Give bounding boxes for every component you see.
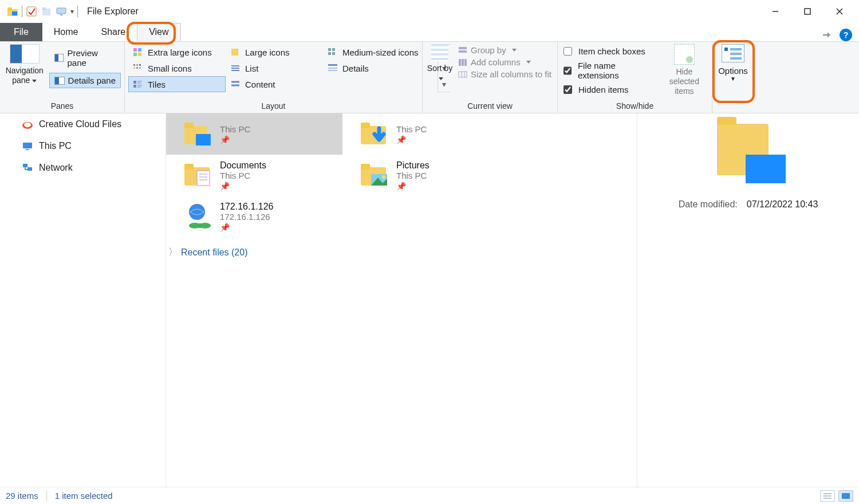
ribbon-view: Navigation pane Preview pane Details pan…	[0, 41, 859, 113]
ribbon-group-layout-label: Layout	[128, 99, 419, 112]
ribbon-group-current-view-label: Current view	[426, 99, 554, 112]
chevron-right-icon: 〉	[168, 246, 178, 258]
svg-rect-67	[361, 164, 370, 170]
layout-extra-large-icons[interactable]: Extra large icons	[128, 44, 226, 60]
folder-documents-icon	[182, 159, 214, 191]
svg-point-71	[189, 204, 205, 220]
creative-cloud-icon	[22, 119, 33, 129]
status-view-details-button[interactable]	[820, 490, 835, 502]
layout-small-icons[interactable]: Small icons	[128, 60, 226, 76]
svg-rect-45	[464, 59, 467, 66]
network-icon	[22, 163, 33, 173]
svg-rect-46	[459, 72, 467, 77]
group-by-button[interactable]: Group by	[458, 45, 551, 55]
svg-point-50	[24, 123, 31, 127]
tile-downloads[interactable]: This PC 📌	[342, 113, 519, 155]
svg-rect-57	[196, 134, 211, 145]
pin-icon: 📌	[396, 135, 427, 144]
svg-rect-42	[459, 50, 467, 53]
add-columns-button[interactable]: Add columns	[458, 57, 551, 67]
nav-creative-cloud[interactable]: Creative Cloud Files	[0, 113, 166, 135]
titlebar: ▾ File Explorer	[0, 0, 859, 23]
date-modified-value: 07/12/2022 10:43	[747, 199, 818, 210]
svg-rect-3	[27, 7, 36, 16]
qat-properties-icon[interactable]	[26, 6, 37, 17]
details-pane: Date modified: 07/12/2022 10:43	[637, 113, 859, 487]
details-pane-button[interactable]: Details pane	[49, 73, 121, 88]
preview-pane-button[interactable]: Preview pane	[49, 45, 121, 70]
qat-overflow-icon[interactable]: ▾	[70, 7, 74, 15]
layout-large-icons[interactable]: Large icons	[226, 44, 323, 60]
folder-downloads-icon	[358, 118, 391, 150]
tile-documents[interactable]: Documents This PC 📌	[166, 155, 342, 196]
svg-rect-5	[42, 7, 46, 10]
pin-icon: 📌	[220, 182, 266, 191]
svg-rect-44	[462, 59, 464, 66]
svg-rect-7	[60, 14, 62, 15]
svg-rect-43	[459, 59, 461, 66]
layout-tiles[interactable]: Tiles	[128, 76, 226, 92]
status-selection-count: 1 item selected	[55, 491, 113, 501]
details-thumbnail	[711, 118, 786, 187]
nav-network[interactable]: Network	[0, 157, 166, 179]
hidden-items-checkbox[interactable]: Hidden items	[561, 84, 653, 96]
svg-rect-61	[184, 164, 194, 170]
pin-icon: 📌	[220, 135, 250, 144]
svg-rect-21	[133, 64, 135, 66]
tab-home[interactable]: Home	[42, 23, 90, 41]
svg-rect-59	[361, 123, 370, 128]
svg-rect-23	[139, 64, 141, 66]
preview-pane-label: Preview pane	[67, 48, 116, 68]
minimize-button[interactable]	[759, 0, 791, 23]
tab-file[interactable]: File	[0, 23, 42, 41]
status-item-count: 29 items	[6, 491, 38, 501]
details-pane-label: Details pane	[68, 76, 116, 85]
svg-rect-52	[26, 149, 29, 150]
date-modified-label: Date modified:	[679, 199, 738, 210]
svg-rect-30	[328, 64, 337, 66]
svg-rect-62	[197, 171, 210, 186]
svg-rect-33	[133, 81, 136, 84]
navigation-pane-button[interactable]: Navigation pane	[3, 44, 46, 85]
qat-new-folder-icon[interactable]	[41, 6, 52, 17]
size-all-columns-button[interactable]: Size all columns to fit	[458, 69, 551, 79]
folder-icon	[182, 118, 214, 150]
layout-details[interactable]: Details	[323, 60, 438, 76]
svg-rect-13	[138, 48, 141, 52]
help-icon[interactable]: ?	[840, 29, 852, 41]
layout-medium-icons[interactable]: Medium-sized icons	[323, 44, 438, 60]
qat-display-icon[interactable]	[56, 6, 67, 17]
ribbon-group-show-hide-label: Show/hide	[561, 99, 708, 112]
sort-by-button[interactable]: Sort by	[426, 44, 454, 99]
items-view[interactable]: This PC 📌 This PC 📌 Documen	[166, 113, 637, 487]
svg-rect-12	[133, 48, 137, 52]
svg-rect-22	[136, 64, 138, 66]
tab-share[interactable]: Share	[89, 23, 137, 41]
svg-rect-24	[133, 67, 135, 69]
nav-this-pc[interactable]: This PC	[0, 135, 166, 157]
tile-desktop[interactable]: This PC 📌	[166, 113, 342, 155]
maximize-button[interactable]	[791, 0, 823, 23]
window-title: File Explorer	[87, 6, 139, 17]
options-button[interactable]: Options ▼	[716, 44, 750, 112]
pin-ribbon-icon[interactable]	[821, 30, 832, 40]
svg-point-70	[382, 175, 385, 179]
ribbon-group-panes-label: Panes	[3, 99, 121, 112]
svg-rect-16	[231, 49, 238, 56]
svg-rect-74	[198, 223, 202, 228]
tile-pictures[interactable]: Pictures This PC 📌	[342, 155, 519, 196]
svg-rect-53	[23, 164, 27, 167]
svg-rect-2	[12, 11, 17, 15]
tile-network-location[interactable]: 172.16.1.126 172.16.1.126 📌	[166, 196, 342, 237]
svg-rect-6	[57, 8, 66, 14]
item-check-boxes-checkbox[interactable]: Item check boxes	[561, 45, 653, 57]
recent-files-group[interactable]: 〉 Recent files (20)	[166, 237, 637, 258]
status-view-thumbnails-button[interactable]	[838, 490, 853, 502]
layout-content[interactable]: Content	[226, 76, 323, 92]
tab-view[interactable]: View	[137, 23, 180, 41]
navigation-pane-label: Navigation pane	[6, 66, 44, 85]
layout-list[interactable]: List	[226, 60, 323, 76]
hide-selected-items-button[interactable]: Hide selected items	[660, 44, 708, 99]
close-button[interactable]	[823, 0, 856, 23]
file-name-extensions-checkbox[interactable]: File name extensions	[561, 61, 653, 80]
